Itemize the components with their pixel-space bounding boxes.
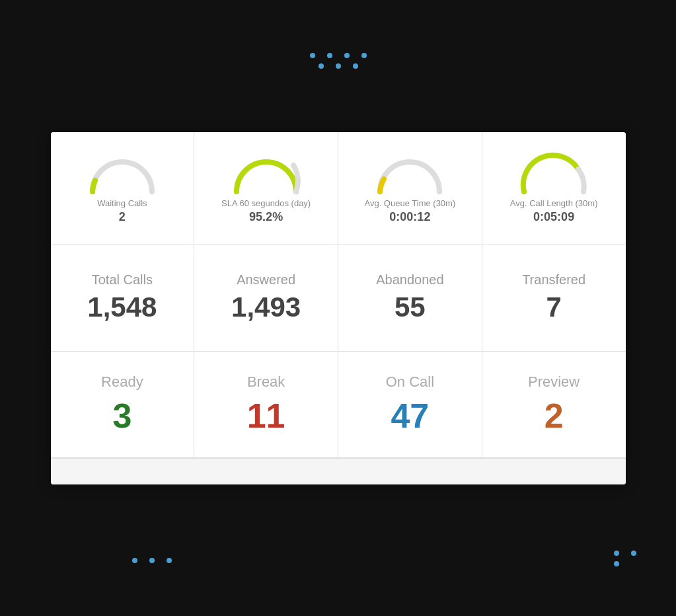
- total-calls-cell: Total Calls 1,548: [51, 245, 195, 351]
- preview-value: 2: [545, 396, 564, 436]
- dot-icon: [149, 558, 155, 563]
- waiting-calls-value: 2: [119, 210, 126, 224]
- oncall-value: 47: [391, 396, 429, 436]
- abandoned-label: Abandoned: [376, 272, 443, 288]
- waiting-calls-label: Waiting Calls: [97, 198, 147, 210]
- avg-call-label: Avg. Call Length (30m): [510, 198, 598, 210]
- dot-icon: [353, 63, 358, 69]
- waiting-calls-gauge: Waiting Calls 2: [51, 132, 195, 245]
- preview-label: Preview: [528, 373, 580, 391]
- dots-top-decoration: [310, 53, 367, 69]
- gauge-row: Waiting Calls 2 SLA 60 segundos (day) 95…: [51, 132, 626, 245]
- dot-icon: [327, 53, 332, 58]
- gauge-svg-container: [517, 152, 590, 195]
- sla-gauge: SLA 60 segundos (day) 95.2%: [194, 132, 338, 245]
- avg-queue-gauge: Avg. Queue Time (30m) 0:00:12: [338, 132, 482, 245]
- total-calls-value: 1,548: [87, 291, 157, 323]
- avg-queue-value: 0:00:12: [389, 210, 430, 224]
- avg-call-gauge: Avg. Call Length (30m) 0:05:09: [482, 132, 626, 245]
- dot-icon: [132, 558, 137, 563]
- oncall-cell: On Call 47: [338, 352, 482, 457]
- sla-value: 95.2%: [249, 210, 283, 224]
- ready-value: 3: [112, 396, 131, 436]
- dot-icon: [614, 551, 619, 556]
- oncall-label: On Call: [386, 373, 434, 391]
- dot-icon: [310, 53, 315, 58]
- agent-status-row: Ready 3 Break 11 On Call 47 Preview 2: [51, 352, 626, 458]
- answered-value: 1,493: [231, 291, 301, 323]
- avg-call-value: 0:05:09: [533, 210, 574, 224]
- ready-label: Ready: [101, 373, 143, 391]
- dot-icon: [614, 561, 619, 566]
- transfered-value: 7: [546, 291, 561, 323]
- break-cell: Break 11: [194, 352, 338, 457]
- break-value: 11: [247, 396, 285, 436]
- break-label: Break: [247, 373, 285, 391]
- sla-label: SLA 60 segundos (day): [221, 198, 311, 210]
- preview-cell: Preview 2: [482, 352, 626, 457]
- total-calls-label: Total Calls: [92, 272, 153, 288]
- transfered-cell: Transfered 7: [482, 245, 626, 351]
- ready-cell: Ready 3: [51, 352, 195, 457]
- dot-icon: [344, 53, 350, 58]
- page-wrapper: Waiting Calls 2 SLA 60 segundos (day) 95…: [0, 0, 676, 616]
- dot-icon: [319, 63, 324, 69]
- gauge-svg-container: [86, 152, 159, 195]
- answered-cell: Answered 1,493: [194, 245, 338, 351]
- dot-icon: [336, 63, 341, 69]
- stats-row: Total Calls 1,548 Answered 1,493 Abandon…: [51, 245, 626, 352]
- abandoned-value: 55: [394, 291, 426, 323]
- transfered-label: Transfered: [522, 272, 585, 288]
- dashboard-card: Waiting Calls 2 SLA 60 segundos (day) 95…: [51, 132, 626, 484]
- dot-icon: [631, 551, 636, 556]
- avg-queue-label: Avg. Queue Time (30m): [364, 198, 455, 210]
- dots-bottom-left-decoration: [132, 558, 172, 563]
- gauge-svg-container: [230, 152, 303, 195]
- dot-icon: [167, 558, 172, 563]
- answered-label: Answered: [237, 272, 295, 288]
- dot-icon: [361, 53, 367, 58]
- gauge-svg-container: [373, 152, 446, 195]
- dots-bottom-right-decoration: [614, 551, 636, 566]
- bottom-bar: [51, 458, 626, 484]
- abandoned-cell: Abandoned 55: [338, 245, 482, 351]
